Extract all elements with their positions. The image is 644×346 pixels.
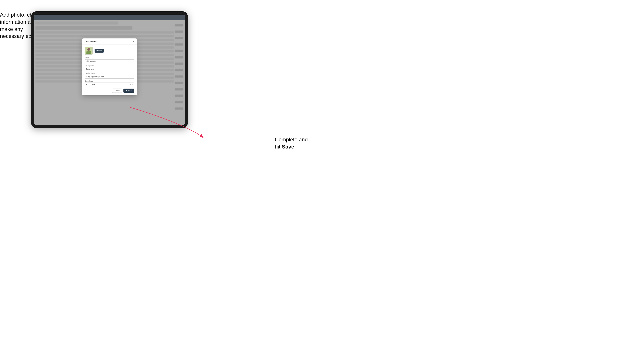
name-label: Name xyxy=(85,57,134,59)
tablet-screen: User details × Upload Name Display name xyxy=(34,15,185,125)
school-year-input[interactable] xyxy=(85,83,134,86)
modal-header: User details × xyxy=(82,38,137,44)
cancel-button[interactable]: Cancel xyxy=(112,89,122,93)
modal-close-button[interactable]: × xyxy=(133,40,134,43)
email-field-group: Email address xyxy=(85,72,134,79)
user-details-modal: User details × Upload Name Display name xyxy=(82,38,137,95)
email-label: Email address xyxy=(85,72,134,74)
school-year-clear-icon[interactable]: × xyxy=(130,83,131,85)
school-year-select-wrapper: × ⌄ xyxy=(85,82,134,86)
modal-title: User details xyxy=(85,40,96,43)
save-label: Save xyxy=(128,90,132,92)
email-input[interactable] xyxy=(85,75,134,79)
user-photo-thumbnail xyxy=(85,47,93,55)
display-name-input[interactable] xyxy=(85,67,134,71)
photo-section: Upload xyxy=(85,47,134,55)
name-field-group: Name xyxy=(85,57,134,63)
school-year-label: School Year xyxy=(85,80,134,82)
modal-footer: Cancel ⬆ Save xyxy=(85,89,134,93)
display-name-field-group: Display name xyxy=(85,65,134,71)
upload-photo-button[interactable]: Upload xyxy=(94,49,104,53)
school-year-chevron-icon[interactable]: ⌄ xyxy=(132,83,133,85)
display-name-label: Display name xyxy=(85,65,134,66)
annotation-save-bold: Save xyxy=(282,144,294,150)
save-icon: ⬆ xyxy=(126,90,127,92)
school-year-field-group: School Year × ⌄ xyxy=(85,80,134,86)
modal-body: Upload Name Display name Email address xyxy=(82,44,137,95)
annotation-period: . xyxy=(294,144,296,150)
tablet-frame: User details × Upload Name Display name xyxy=(31,11,188,128)
name-input[interactable] xyxy=(85,59,134,63)
annotation-right: Complete and hit Save. xyxy=(275,136,320,150)
annotation-right-line1: Complete and xyxy=(275,137,308,143)
annotation-right-line2: hit Save. xyxy=(275,144,296,150)
save-button[interactable]: ⬆ Save xyxy=(124,89,134,93)
